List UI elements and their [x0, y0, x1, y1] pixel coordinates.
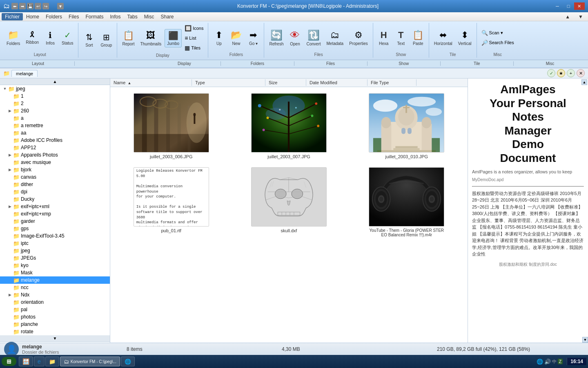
expander-dither[interactable]: [7, 181, 13, 188]
tree-item-jpeg[interactable]: ▼ 📁 jpeg: [0, 85, 110, 92]
expander-adobe[interactable]: [7, 137, 13, 144]
header-date[interactable]: Date Modified: [306, 79, 368, 86]
expander-aa[interactable]: [7, 130, 13, 136]
expander-mask[interactable]: [7, 269, 13, 276]
expander-exif-iptc-xml[interactable]: ▶: [7, 203, 13, 210]
tree-item-ducky[interactable]: 📁Ducky: [0, 195, 110, 203]
save-icon[interactable]: 💾: [27, 3, 33, 9]
status-button[interactable]: ✓ Status: [59, 29, 76, 47]
properties-button[interactable]: ⚙ Properties: [347, 28, 370, 47]
tree-item-kyo[interactable]: 📁kyo: [0, 262, 110, 269]
vertical-button[interactable]: ⬍ Vertical: [456, 28, 474, 47]
horizontal-button[interactable]: ⬌ Horizontal: [432, 28, 455, 47]
tree-item-planche[interactable]: 📁planche: [0, 321, 110, 328]
tree-item-ncc[interactable]: 📁ncc: [0, 284, 110, 291]
taskbar-btn-explorer[interactable]: 📁: [45, 357, 59, 366]
tree-item-iptc[interactable]: 📁iptc: [0, 240, 110, 247]
expander-bjork[interactable]: ▶: [7, 166, 13, 173]
tree-item-jpegs[interactable]: 📁JPEGs: [0, 254, 110, 262]
tree-item-canvas[interactable]: 📁canvas: [0, 173, 110, 181]
tree-item-melange[interactable]: 📁melange: [0, 276, 110, 284]
check-icon[interactable]: ✓: [547, 69, 555, 77]
open-button[interactable]: 👁 Open: [287, 28, 303, 48]
expander-appareils[interactable]: ▶: [7, 152, 13, 158]
tree-item-rotate[interactable]: 📁rotate: [0, 328, 110, 335]
metadata-button[interactable]: 🗂 Metadata: [324, 28, 346, 47]
jumbo-button[interactable]: ⬛ Jumbo: [165, 29, 182, 47]
close-button[interactable]: ✕: [574, 2, 585, 10]
tree-item-aa[interactable]: 📁aa: [0, 129, 110, 137]
expander-image-exiftool[interactable]: [7, 233, 13, 239]
file-cell-2[interactable]: juillet_2003_007.JPG: [232, 91, 345, 161]
header-filetype[interactable]: File Type: [368, 79, 416, 86]
expander-ncc[interactable]: [7, 284, 13, 291]
infos-button[interactable]: ℹ Infos: [42, 29, 58, 47]
thumbnails-button[interactable]: 🖼 Thumbnails: [138, 29, 164, 48]
forward-icon[interactable]: ➡: [19, 3, 26, 9]
expander-ducky[interactable]: [7, 196, 13, 202]
expander-260[interactable]: ▶: [7, 108, 13, 114]
header-name[interactable]: Name ▲: [110, 79, 192, 86]
expander-photos[interactable]: [7, 314, 13, 320]
expander-jpeg[interactable]: ▼: [2, 85, 8, 92]
menu-folders[interactable]: Folders: [42, 13, 65, 20]
scroll-down-button[interactable]: ▼: [0, 335, 110, 342]
icons-button[interactable]: 🔲 Icons: [183, 24, 205, 33]
file-cell-4[interactable]: For Immediate Release Logipole Releases …: [114, 165, 228, 239]
expander-melange[interactable]: [7, 277, 13, 283]
expander-dpi[interactable]: [7, 188, 13, 195]
paste-button[interactable]: 📋 Paste: [410, 28, 426, 47]
expander-iptc[interactable]: [7, 240, 13, 247]
tree-item-pal[interactable]: 📁pal: [0, 306, 110, 313]
help-button[interactable]: ▲: [562, 13, 573, 20]
expander-exif-iptc-xmp[interactable]: [7, 211, 13, 217]
tree-item-app12[interactable]: 📁APP12: [0, 144, 110, 151]
tree-item-garder[interactable]: 📁garder: [0, 218, 110, 225]
tree-item-orientation[interactable]: 📁orientation: [0, 298, 110, 306]
tree-item-bjork[interactable]: ▶📁bjork: [0, 166, 110, 173]
file-cell-1[interactable]: juillet_2003_006.JPG: [114, 91, 228, 161]
tree-item-exif-iptc-xmp[interactable]: 📁exif+iptc+xmp: [0, 210, 110, 218]
menu-files[interactable]: Files: [65, 13, 82, 20]
expander-orientation[interactable]: [7, 299, 13, 305]
tree-item-exif-iptc-xml[interactable]: ▶📁exif+iptc+xml: [0, 203, 110, 210]
star-icon[interactable]: ★: [557, 69, 565, 77]
ribbon-button[interactable]: 🎗 Ribbon: [23, 29, 41, 46]
menu-infos[interactable]: Infos: [107, 13, 124, 20]
header-size[interactable]: Size: [265, 79, 306, 86]
minimize-button[interactable]: ─: [552, 2, 563, 10]
refresh-button[interactable]: 🔄 Refresh: [267, 28, 286, 48]
tiles-button[interactable]: ▦ Tiles: [183, 43, 205, 52]
file-cell-6[interactable]: YouTube - Them - Gloria (POWER STEREO Ba…: [350, 165, 463, 239]
maximize-button[interactable]: □: [563, 2, 574, 10]
menu-home[interactable]: Home: [23, 13, 42, 20]
text-button[interactable]: T Text: [393, 28, 409, 47]
expander-jpeg[interactable]: [7, 247, 13, 254]
clock[interactable]: 16:14: [567, 358, 586, 365]
preview-scroll-down[interactable]: ▼: [582, 337, 588, 343]
expander-pal[interactable]: [7, 306, 13, 313]
tree-item-a[interactable]: 📁a: [0, 114, 110, 122]
expander-a[interactable]: [7, 115, 13, 121]
tree-item-avec-musique[interactable]: 📁avec musique: [0, 159, 110, 166]
folders-button[interactable]: 📁 Folders: [4, 28, 22, 47]
menu-misc[interactable]: Misc: [141, 13, 158, 20]
new-button[interactable]: 📂 New: [228, 28, 244, 47]
tree-item-adobe[interactable]: 📁Adobe ICC Profiles: [0, 137, 110, 144]
expander-2[interactable]: [7, 100, 13, 107]
tree-item-jpeg[interactable]: 📁jpeg: [0, 247, 110, 254]
settings-icon[interactable]: ▼: [57, 3, 64, 9]
taskbar-btn-browser[interactable]: 🌐: [121, 357, 135, 366]
file-cell-5[interactable]: skull.dxf: [232, 165, 345, 239]
redo-icon[interactable]: ↪: [42, 3, 49, 9]
minus-icon[interactable]: ✕: [577, 69, 585, 77]
scroll-up-button[interactable]: ▲: [0, 79, 110, 85]
tree-item-dpi[interactable]: 📁dpi: [0, 188, 110, 195]
hexa-button[interactable]: H Hexa: [376, 28, 392, 47]
tree-item-dither[interactable]: 📁dither: [0, 181, 110, 188]
tree-item-appareils[interactable]: ▶📁Appareils Photos: [0, 151, 110, 159]
header-type[interactable]: Type: [192, 79, 265, 86]
sort-button[interactable]: ⇅ Sort: [81, 31, 97, 49]
path-tab-melange[interactable]: melange: [11, 70, 38, 77]
scan-button[interactable]: 🔍 Scan ▾: [479, 29, 516, 37]
